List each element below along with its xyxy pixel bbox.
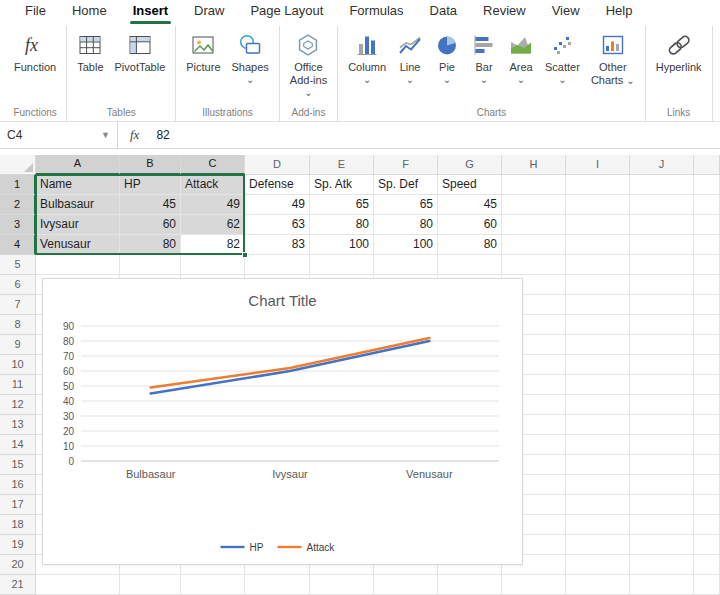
row-header-18[interactable]: 18 (0, 515, 36, 535)
pie-chart-button[interactable]: Pie⌄ (429, 28, 465, 84)
cell-F5[interactable] (374, 255, 438, 275)
cell-K11[interactable] (694, 375, 720, 395)
cell-I8[interactable] (566, 315, 630, 335)
picture-button[interactable]: Picture (181, 28, 225, 74)
cell-A2[interactable]: Bulbasaur (36, 195, 120, 215)
cell-K12[interactable] (694, 395, 720, 415)
cell-C5[interactable] (181, 255, 245, 275)
cell-F4[interactable]: 100 (374, 235, 438, 255)
column-header-C[interactable]: C (181, 155, 245, 175)
cell-G2[interactable]: 45 (438, 195, 502, 215)
cell-J19[interactable] (630, 535, 694, 555)
cell-E1[interactable]: Sp. Atk (310, 175, 374, 195)
column-header-B[interactable]: B (120, 155, 181, 175)
cell-I15[interactable] (566, 455, 630, 475)
cell-K7[interactable] (694, 295, 720, 315)
cell-J11[interactable] (630, 375, 694, 395)
cell-H5[interactable] (502, 255, 566, 275)
cell-K19[interactable] (694, 535, 720, 555)
cell-K20[interactable] (694, 555, 720, 575)
cell-D21[interactable] (245, 575, 310, 595)
cell-F3[interactable]: 80 (374, 215, 438, 235)
cell-K2[interactable] (694, 195, 720, 215)
cell-I12[interactable] (566, 395, 630, 415)
cell-C21[interactable] (181, 575, 245, 595)
cell-E2[interactable]: 65 (310, 195, 374, 215)
cell-J18[interactable] (630, 515, 694, 535)
tab-data[interactable]: Data (417, 0, 470, 24)
cell-J13[interactable] (630, 415, 694, 435)
scatter-chart-button[interactable]: Scatter⌄ (540, 28, 585, 84)
cell-B3[interactable]: 60 (120, 215, 181, 235)
cell-G4[interactable]: 80 (438, 235, 502, 255)
cell-D5[interactable] (245, 255, 310, 275)
cell-H2[interactable] (502, 195, 566, 215)
cell-A21[interactable] (36, 575, 120, 595)
cell-I4[interactable] (566, 235, 630, 255)
cell-J10[interactable] (630, 355, 694, 375)
name-box[interactable]: C4 ▼ (0, 122, 118, 148)
cell-I19[interactable] (566, 535, 630, 555)
column-header-E[interactable]: E (310, 155, 374, 175)
column-header-G[interactable]: G (438, 155, 502, 175)
formula-input[interactable]: 82 (150, 128, 720, 142)
cell-K14[interactable] (694, 435, 720, 455)
tab-home[interactable]: Home (59, 0, 120, 24)
cell-E5[interactable] (310, 255, 374, 275)
cell-J14[interactable] (630, 435, 694, 455)
column-chart-button[interactable]: Column⌄ (343, 28, 391, 84)
cell-F21[interactable] (374, 575, 438, 595)
cell-B4[interactable]: 80 (120, 235, 181, 255)
cell-J16[interactable] (630, 475, 694, 495)
cell-D3[interactable]: 63 (245, 215, 310, 235)
row-header-15[interactable]: 15 (0, 455, 36, 475)
cell-A1[interactable]: Name (36, 175, 120, 195)
cell-J6[interactable] (630, 275, 694, 295)
row-header-8[interactable]: 8 (0, 315, 36, 335)
cell-I3[interactable] (566, 215, 630, 235)
cell-I14[interactable] (566, 435, 630, 455)
cell-C1[interactable]: Attack (181, 175, 245, 195)
cell-J2[interactable] (630, 195, 694, 215)
cell-D4[interactable]: 83 (245, 235, 310, 255)
cell-A4[interactable]: Venusaur (36, 235, 120, 255)
shapes-button[interactable]: Shapes⌄ (227, 28, 274, 84)
row-header-19[interactable]: 19 (0, 535, 36, 555)
cell-H4[interactable] (502, 235, 566, 255)
column-header-D[interactable]: D (245, 155, 310, 175)
cell-J4[interactable] (630, 235, 694, 255)
other-charts-button[interactable]: OtherCharts⌄ (586, 28, 640, 87)
cell-K4[interactable] (694, 235, 720, 255)
row-header-5[interactable]: 5 (0, 255, 36, 275)
cell-J5[interactable] (630, 255, 694, 275)
cell-K21[interactable] (694, 575, 720, 595)
cell-E21[interactable] (310, 575, 374, 595)
column-header-J[interactable]: J (630, 155, 694, 175)
cell-J21[interactable] (630, 575, 694, 595)
tab-help[interactable]: Help (593, 0, 646, 24)
cell-B2[interactable]: 45 (120, 195, 181, 215)
cell-I5[interactable] (566, 255, 630, 275)
cell-J20[interactable] (630, 555, 694, 575)
function-button[interactable]: fxFunction (9, 28, 61, 74)
cell-K8[interactable] (694, 315, 720, 335)
cell-F2[interactable]: 65 (374, 195, 438, 215)
cell-B21[interactable] (120, 575, 181, 595)
cell-K18[interactable] (694, 515, 720, 535)
row-header-9[interactable]: 9 (0, 335, 36, 355)
cell-C4[interactable]: 82 (181, 235, 245, 255)
cell-A3[interactable]: Ivysaur (36, 215, 120, 235)
cell-A5[interactable] (36, 255, 120, 275)
cell-I16[interactable] (566, 475, 630, 495)
cell-K6[interactable] (694, 275, 720, 295)
row-header-17[interactable]: 17 (0, 495, 36, 515)
table-button[interactable]: Table (72, 28, 108, 74)
office-add-ins-button[interactable]: OfficeAdd-ins⌄ (285, 28, 332, 97)
row-header-3[interactable]: 3 (0, 215, 36, 235)
cell-I11[interactable] (566, 375, 630, 395)
column-header-partial[interactable] (694, 155, 720, 175)
cell-K9[interactable] (694, 335, 720, 355)
row-header-16[interactable]: 16 (0, 475, 36, 495)
column-header-A[interactable]: A (36, 155, 120, 175)
cell-H21[interactable] (502, 575, 566, 595)
